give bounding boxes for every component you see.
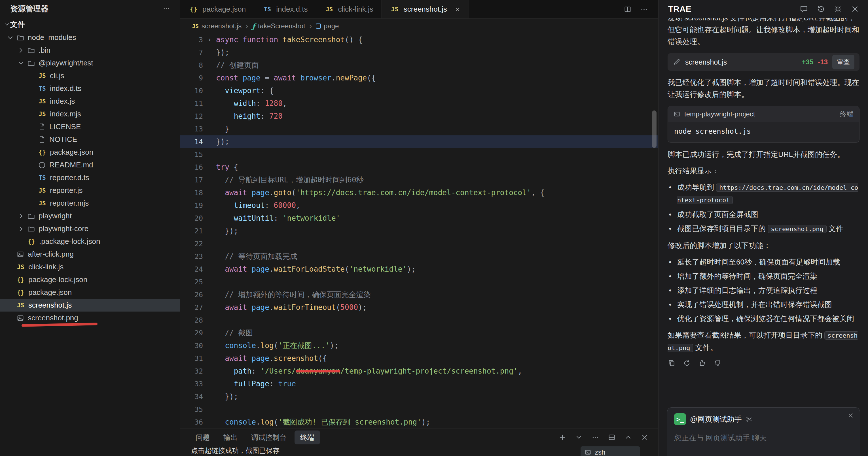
shell-item-zsh[interactable]: zsh — [581, 446, 640, 456]
file-edit-card[interactable]: screenshot.js +35 -13 审查 — [668, 53, 860, 71]
tree-item-.package-lock.json[interactable]: {}.package-lock.json — [0, 235, 180, 248]
panel-tab-输出[interactable]: 输出 — [218, 430, 243, 445]
files-section-header[interactable]: 文件 — [0, 18, 180, 31]
copy-icon[interactable] — [668, 359, 676, 367]
tree-item-node_modules[interactable]: node_modules — [0, 31, 180, 44]
code-line-10[interactable]: 10 viewport: { — [180, 85, 658, 97]
thumbs-up-icon[interactable] — [698, 359, 706, 367]
code-line-7[interactable]: 7}); — [180, 46, 658, 59]
tree-item-playwright-core[interactable]: playwright-core — [0, 222, 180, 235]
editor-tab-screenshot.js[interactable]: JSscreenshot.js — [381, 0, 469, 19]
tree-item-click-link.js[interactable]: JSclick-link.js — [0, 261, 180, 273]
tree-item-after-click.png[interactable]: after-click.png — [0, 248, 180, 261]
code-line-13[interactable]: 13 } — [180, 123, 658, 135]
tree-item-playwright[interactable]: playwright — [0, 209, 180, 222]
code-line-25[interactable]: 25 — [180, 275, 658, 288]
code-line-12[interactable]: 12 height: 720 — [180, 110, 658, 123]
code-line-11[interactable]: 11 width: 1280, — [180, 97, 658, 110]
chat-input-card[interactable]: >_ @网页测试助手 您正在与 网页测试助手 聊天 — [667, 407, 860, 456]
chat-input-placeholder[interactable]: 您正在与 网页测试助手 聊天 — [674, 433, 853, 443]
tree-item-reporter.js[interactable]: JSreporter.js — [0, 184, 180, 197]
close-panel-icon[interactable] — [641, 433, 649, 441]
tree-item-index.mjs[interactable]: JSindex.mjs — [0, 108, 180, 120]
new-chat-icon[interactable] — [799, 4, 808, 13]
panel-tab-问题[interactable]: 问题 — [190, 430, 215, 445]
code-text: // 等待页面加载完成 — [216, 250, 658, 263]
close-tab-icon[interactable] — [455, 6, 461, 12]
code-line-29[interactable]: 29 // 截图 — [180, 327, 658, 339]
code-line-17[interactable]: 17 // 导航到目标URL，增加超时时间到60秒 — [180, 174, 658, 186]
tree-item-LICENSE[interactable]: LICENSE — [0, 120, 180, 133]
tree-item-NOTICE[interactable]: NOTICE — [0, 133, 180, 146]
tree-item-package.json[interactable]: {}package.json — [0, 146, 180, 159]
breadcrumb-item-takeScreenshot[interactable]: ƒtakeScreenshot — [252, 22, 305, 30]
scissors-icon[interactable] — [746, 416, 752, 423]
code-line-36[interactable]: 36 console.log('截图成功! 已保存到 screenshot.pn… — [180, 416, 658, 428]
code-line-21[interactable]: 21 }); — [180, 225, 658, 237]
review-button[interactable]: 审查 — [832, 55, 855, 69]
tree-item-package.json[interactable]: {}package.json — [0, 286, 180, 299]
editor-more-icon[interactable] — [640, 5, 648, 13]
code-line-26[interactable]: 26 // 增加额外的等待时间，确保页面完全渲染 — [180, 288, 658, 301]
regenerate-icon[interactable] — [683, 359, 691, 367]
editor-tab-click-link.js[interactable]: JSclick-link.js — [316, 0, 381, 19]
tree-item-package-lock.json[interactable]: {}package-lock.json — [0, 273, 180, 286]
file-name: index.mjs — [50, 109, 81, 119]
terminal-run-card[interactable]: temp-playwright-project 终端 node screensh… — [668, 106, 860, 143]
tree-item-index.d.ts[interactable]: TSindex.d.ts — [0, 82, 180, 95]
code-line-30[interactable]: 30 console.log('正在截图...'); — [180, 339, 658, 352]
code-line-24[interactable]: 24 await page.waitForLoadState('networki… — [180, 263, 658, 275]
terminal-output[interactable]: 点击超链接成功，截图已保存(TraeAI-3) ~/temp-playwrigh… — [180, 446, 581, 456]
tree-item-index.js[interactable]: JSindex.js — [0, 95, 180, 108]
breadcrumb-item-page[interactable]: page — [316, 22, 339, 30]
code-line-33[interactable]: 33 fullPage: true — [180, 378, 658, 390]
code-line-18[interactable]: 18 await page.goto('https://docs.trae.co… — [180, 186, 658, 199]
breadcrumb-item-screenshot.js[interactable]: JSscreenshot.js — [192, 22, 242, 30]
new-terminal-icon[interactable] — [558, 433, 566, 441]
code-line-16[interactable]: 16try { — [180, 161, 658, 174]
tree-item-reporter.mjs[interactable]: JSreporter.mjs — [0, 197, 180, 209]
code-line-28[interactable]: 28 — [180, 314, 658, 327]
panel-more-icon[interactable] — [591, 433, 599, 441]
close-input-icon[interactable] — [847, 412, 854, 419]
code-line-34[interactable]: 34 }); — [180, 390, 658, 403]
code-line-20[interactable]: 20 waitUntil: 'networkidle' — [180, 212, 658, 225]
code-editor[interactable]: 3›async function takeScreenshot() {7});8… — [180, 33, 658, 428]
panel-tab-终端[interactable]: 终端 — [294, 430, 320, 445]
code-line-8[interactable]: 8// 创建页面 — [180, 59, 658, 72]
editor-scrollbar[interactable] — [652, 110, 656, 148]
tree-item-screenshot.js[interactable]: JSscreenshot.js — [0, 299, 180, 312]
panel-tab-调试控制台[interactable]: 调试控制台 — [246, 430, 292, 445]
code-line-32[interactable]: 32 path: '/Users/duanyunyan/temp-playwri… — [180, 365, 658, 378]
fold-indicator[interactable]: › — [203, 33, 216, 46]
code-line-22[interactable]: 22 — [180, 237, 658, 250]
code-line-23[interactable]: 23 // 等待页面加载完成 — [180, 250, 658, 263]
maximize-panel-icon[interactable] — [624, 433, 632, 441]
terminal-dropdown-icon[interactable] — [575, 433, 583, 441]
editor-tab-package.json[interactable]: {}package.json — [180, 0, 254, 19]
editor-tab-index.d.ts[interactable]: TSindex.d.ts — [254, 0, 316, 19]
tree-item-reporter.d.ts[interactable]: TSreporter.d.ts — [0, 171, 180, 184]
tree-item-README.md[interactable]: README.md — [0, 159, 180, 171]
close-chat-icon[interactable] — [850, 4, 860, 13]
code-line-27[interactable]: 27 await page.waitForTimeout(5000); — [180, 301, 658, 314]
panel-layout-icon[interactable] — [608, 433, 616, 441]
chat-settings-icon[interactable] — [833, 4, 842, 13]
tree-item-.bin[interactable]: .bin — [0, 44, 180, 57]
code-line-15[interactable]: 15 — [180, 148, 658, 161]
tree-item-cli.js[interactable]: JScli.js — [0, 69, 180, 82]
thumbs-down-icon[interactable] — [714, 359, 721, 367]
code-line-31[interactable]: 31 await page.screenshot({ — [180, 352, 658, 365]
chat-history-icon[interactable] — [816, 4, 826, 13]
tree-item-screenshot.png[interactable]: screenshot.png — [0, 312, 180, 324]
agent-chip[interactable]: >_ @网页测试助手 — [674, 413, 853, 425]
line-number: 12 — [180, 110, 203, 123]
split-editor-icon[interactable] — [624, 5, 631, 13]
explorer-more-icon[interactable] — [162, 5, 170, 13]
code-line-14[interactable]: 14}); — [180, 135, 658, 148]
code-line-3[interactable]: 3›async function takeScreenshot() { — [180, 33, 658, 46]
code-line-19[interactable]: 19 timeout: 60000, — [180, 199, 658, 212]
tree-item-@playwright/test[interactable]: @playwright/test — [0, 57, 180, 69]
code-line-35[interactable]: 35 — [180, 403, 658, 416]
code-line-9[interactable]: 9const page = await browser.newPage({ — [180, 72, 658, 85]
